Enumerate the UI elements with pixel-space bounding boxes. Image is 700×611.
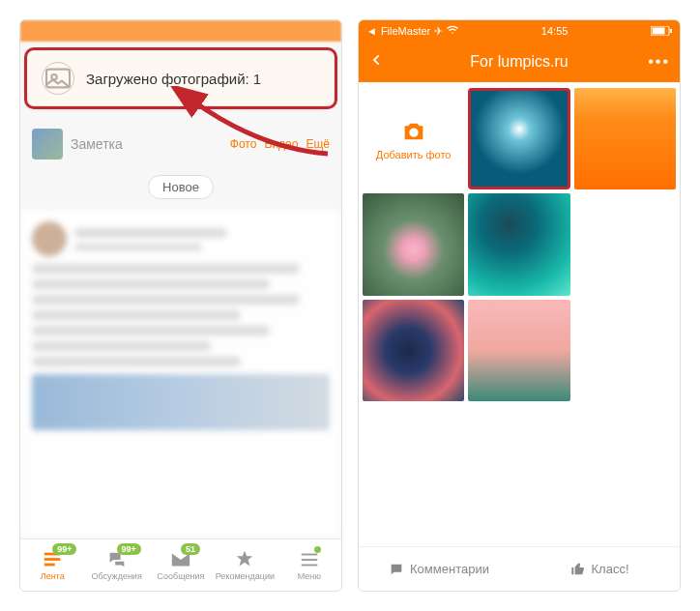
photo-thumb-2[interactable] [574, 88, 676, 189]
battery-icon [651, 26, 672, 36]
compose-row[interactable]: Заметка Фото Видео Ещё [20, 125, 341, 163]
tab-menu-label: Меню [298, 571, 321, 581]
photo-thumb-empty [574, 300, 676, 401]
tab-discussions-label: Обсуждения [91, 571, 141, 581]
photo-thumb-3[interactable] [363, 193, 464, 295]
album-footer: Комментарии Класс! [359, 546, 680, 591]
klass-button[interactable]: Класс! [519, 547, 680, 591]
tab-menu[interactable]: Меню [277, 539, 341, 591]
tab-recs[interactable]: Рекомендации [213, 539, 277, 591]
compose-more[interactable]: Ещё [306, 137, 330, 151]
tab-feed-label: Лента [41, 571, 65, 581]
comment-icon [389, 562, 404, 577]
klass-label: Класс! [592, 562, 629, 576]
photo-grid: Добавить фото [359, 82, 680, 407]
user-avatar[interactable] [32, 129, 63, 160]
comments-label: Комментарии [410, 562, 489, 576]
airplane-icon: ✈ [434, 25, 443, 38]
phone-right: ◄ FileMaster ✈ 14:55 For lumpics.ru ••• … [358, 19, 681, 592]
badge-feed: 99+ [52, 543, 76, 555]
back-button[interactable] [368, 52, 392, 72]
tab-recs-label: Рекомендации [216, 571, 275, 581]
camera-icon [400, 118, 427, 145]
phone-left: Загружено фотографий: 1 Заметка Фото Вид… [19, 19, 342, 592]
svg-rect-10 [670, 29, 672, 33]
photo-thumb-5[interactable] [363, 300, 464, 401]
svg-rect-3 [44, 558, 61, 561]
post-image [32, 374, 330, 430]
menu-dot [314, 546, 321, 553]
feed-post[interactable] [20, 210, 341, 538]
tab-feed[interactable]: 99+ Лента [20, 539, 84, 591]
back-to-app-icon[interactable]: ◄ [366, 25, 377, 37]
more-button[interactable]: ••• [647, 53, 670, 71]
wifi-icon [447, 25, 458, 37]
thumbs-up-icon [570, 562, 586, 577]
album-title: For lumpics.ru [392, 53, 647, 71]
comments-button[interactable]: Комментарии [359, 547, 519, 591]
status-time: 14:55 [458, 25, 651, 37]
upload-notification[interactable]: Загружено фотографий: 1 [28, 51, 334, 105]
add-photo-button[interactable]: Добавить фото [363, 88, 464, 189]
svg-rect-5 [302, 554, 318, 556]
tab-messages[interactable]: 51 Сообщения [149, 539, 213, 591]
back-to-app-label[interactable]: FileMaster [381, 25, 430, 37]
photo-thumb-6[interactable] [468, 300, 569, 401]
tab-discussions[interactable]: 99+ Обсуждения [84, 539, 148, 591]
badge-discussions: 99+ [117, 543, 141, 555]
svg-rect-6 [302, 559, 318, 561]
svg-rect-4 [44, 564, 55, 567]
new-pill-row: Новое [20, 175, 341, 199]
compose-placeholder: Заметка [71, 136, 222, 152]
new-pill[interactable]: Новое [148, 175, 214, 199]
svg-rect-9 [653, 28, 665, 35]
badge-messages: 51 [181, 543, 200, 555]
bottom-tabbar: 99+ Лента 99+ Обсуждения 51 Сообщения Ре… [20, 538, 341, 591]
compose-photo[interactable]: Фото [230, 137, 257, 151]
post-avatar [32, 221, 67, 256]
add-photo-label: Добавить фото [376, 149, 452, 160]
svg-rect-7 [302, 565, 318, 567]
photo-icon [42, 62, 74, 95]
status-bar-left [20, 20, 341, 42]
status-bar-right: ◄ FileMaster ✈ 14:55 [359, 20, 680, 42]
photo-thumb-empty [574, 193, 676, 295]
photo-thumb-1[interactable] [468, 88, 569, 189]
album-navbar: For lumpics.ru ••• [359, 42, 680, 82]
photo-thumb-4[interactable] [468, 193, 569, 295]
compose-video[interactable]: Видео [264, 137, 298, 151]
notification-text: Загружено фотографий: 1 [86, 71, 261, 87]
tab-messages-label: Сообщения [158, 571, 205, 581]
